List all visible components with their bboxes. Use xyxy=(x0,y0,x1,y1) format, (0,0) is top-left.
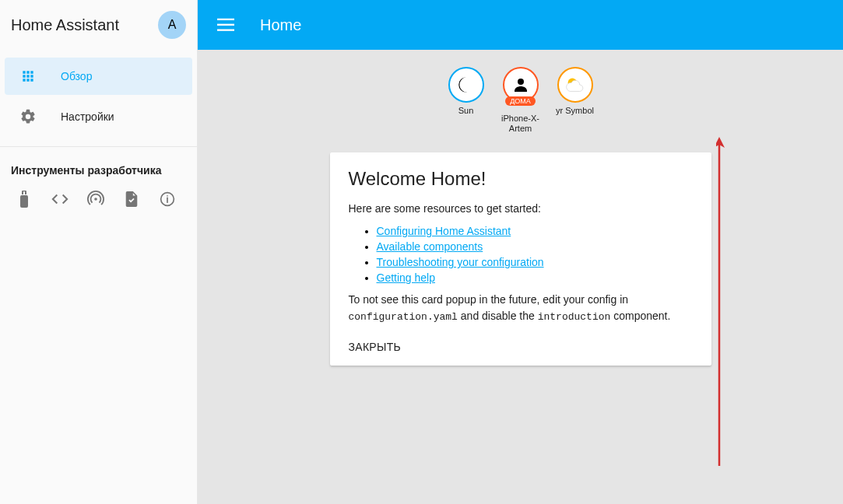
link-configuring[interactable]: Configuring Home Assistant xyxy=(377,225,511,237)
remote-icon[interactable] xyxy=(16,191,33,208)
badge-weather[interactable]: yr Symbol xyxy=(553,67,598,134)
info-icon[interactable] xyxy=(159,191,176,208)
toolbar: Home xyxy=(198,0,843,50)
dev-tools-title: Инструменты разработчика xyxy=(0,156,197,183)
svg-rect-6 xyxy=(217,30,234,31)
link-help[interactable]: Getting help xyxy=(377,271,436,284)
main: Home Sun ДОМА iPhone-X-Artem yr S xyxy=(198,0,843,504)
app-title: Home Assistant xyxy=(11,16,119,34)
badge-label: Sun xyxy=(458,106,474,116)
code-icon[interactable] xyxy=(51,191,68,208)
page-title: Home xyxy=(260,16,301,34)
broadcast-icon[interactable] xyxy=(87,191,104,208)
close-button[interactable]: ЗАКРЫТЬ xyxy=(349,341,693,353)
content: Sun ДОМА iPhone-X-Artem yr Symbol Welcom… xyxy=(198,50,843,504)
gear-icon xyxy=(19,107,37,126)
sidebar-item-label: Обзор xyxy=(61,70,92,82)
card-intro: Here are some resources to get started: xyxy=(349,201,693,217)
file-icon[interactable] xyxy=(123,191,140,208)
svg-point-7 xyxy=(518,79,524,85)
sidebar-item-overview[interactable]: Обзор xyxy=(5,58,192,95)
link-components[interactable]: Available components xyxy=(377,240,483,253)
status-badge: ДОМА xyxy=(505,96,536,106)
apps-icon xyxy=(19,67,37,86)
svg-rect-0 xyxy=(20,195,28,208)
badge-label: yr Symbol xyxy=(556,106,594,116)
menu-button[interactable] xyxy=(210,9,241,40)
sidebar-item-settings[interactable]: Настройки xyxy=(5,98,192,135)
sidebar-header: Home Assistant A xyxy=(0,0,197,50)
divider xyxy=(0,146,197,147)
weather-icon xyxy=(557,67,593,103)
badge-person[interactable]: ДОМА iPhone-X-Artem xyxy=(498,67,543,134)
link-troubleshooting[interactable]: Troubleshooting your configuration xyxy=(377,256,544,268)
card-title: Welcome Home! xyxy=(349,168,693,190)
svg-rect-5 xyxy=(217,24,234,26)
sidebar-item-label: Настройки xyxy=(61,110,114,123)
badge-label: iPhone-X-Artem xyxy=(498,114,543,134)
sidebar-nav: Обзор Настройки xyxy=(0,50,197,143)
sun-icon xyxy=(448,67,484,103)
welcome-card: Welcome Home! Here are some resources to… xyxy=(330,152,711,366)
badge-sun[interactable]: Sun xyxy=(444,67,489,134)
dev-tools-icons xyxy=(0,183,197,215)
card-outro: To not see this card popup in the future… xyxy=(349,292,693,325)
avatar[interactable]: A xyxy=(158,11,186,39)
badges-row: Sun ДОМА iPhone-X-Artem yr Symbol xyxy=(198,67,843,134)
annotation-arrow xyxy=(716,135,732,470)
sidebar: Home Assistant A Обзор Настройки Инструм… xyxy=(0,0,198,504)
svg-rect-4 xyxy=(217,19,234,20)
card-links: Configuring Home Assistant Available com… xyxy=(377,225,693,284)
svg-point-3 xyxy=(167,195,168,197)
